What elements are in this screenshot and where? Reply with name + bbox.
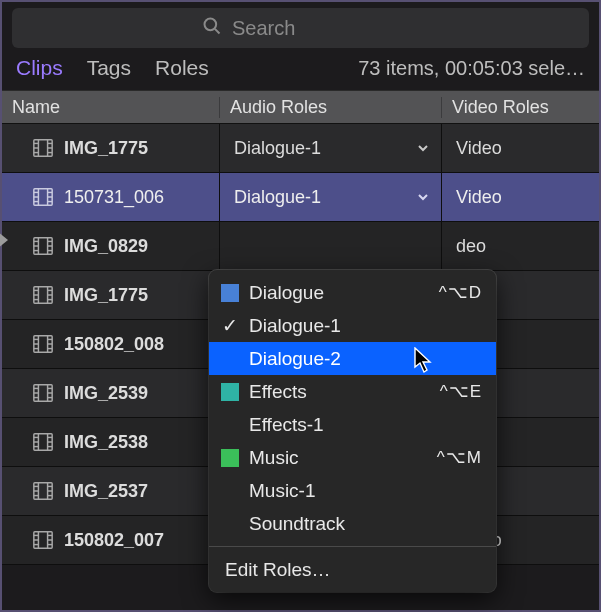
clip-name: 150802_007 [64,530,164,551]
menu-item-label: Dialogue-1 [249,315,341,337]
film-icon [32,284,54,306]
clip-name: IMG_1775 [64,285,148,306]
table-row[interactable]: IMG_0829 deo [2,222,599,271]
table-row[interactable]: 150731_006 Dialogue-1 Video [2,173,599,222]
clip-name: IMG_1775 [64,138,148,159]
menu-separator [209,546,496,547]
svg-line-1 [215,28,220,33]
clip-name: 150802_008 [64,334,164,355]
keyboard-shortcut: ^⌥E [440,381,482,402]
role-color-swatch [221,284,239,302]
keyboard-shortcut: ^⌥M [437,447,482,468]
clip-name: 150731_006 [64,187,164,208]
checkmark-icon: ✓ [221,314,239,337]
film-icon [32,235,54,257]
menu-item-soundtrack[interactable]: Soundtrack [209,507,496,540]
audio-role-value: Dialogue-1 [234,187,321,208]
menu-item-music[interactable]: Music ^⌥M [209,441,496,474]
menu-item-dialogue[interactable]: Dialogue ^⌥D [209,276,496,309]
menu-item-effects[interactable]: Effects ^⌥E [209,375,496,408]
menu-item-label: Music [249,447,299,469]
menu-item-label: Effects-1 [249,414,324,436]
clip-name: IMG_0829 [64,236,148,257]
film-icon [32,529,54,551]
selection-status: 73 items, 00:05:03 sele… [358,57,585,80]
video-role-value: deo [456,236,486,257]
header-audio[interactable]: Audio Roles [220,97,442,118]
chevron-down-icon [415,140,431,156]
video-role-value: Video [456,138,502,159]
tab-clips[interactable]: Clips [16,56,63,80]
film-icon [32,333,54,355]
film-icon [32,382,54,404]
menu-item-label: Dialogue-2 [249,348,341,370]
menu-item-label: Effects [249,381,307,403]
role-color-swatch [221,449,239,467]
tab-tags[interactable]: Tags [87,56,131,80]
film-icon [32,137,54,159]
film-icon [32,186,54,208]
filter-tabs: Clips Tags Roles 73 items, 00:05:03 sele… [2,56,599,90]
search-icon [202,16,222,41]
film-icon [32,431,54,453]
mouse-cursor-icon [413,347,435,375]
menu-item-label: Music-1 [249,480,316,502]
search-field[interactable]: Search [12,8,589,48]
clip-name: IMG_2539 [64,383,148,404]
chevron-down-icon [415,189,431,205]
tab-roles[interactable]: Roles [155,56,209,80]
svg-point-0 [205,18,217,30]
table-row[interactable]: IMG_1775 Dialogue-1 Video [2,124,599,173]
menu-item-music-1[interactable]: Music-1 [209,474,496,507]
clip-name: IMG_2538 [64,432,148,453]
column-headers: Name Audio Roles Video Roles [2,90,599,124]
keyboard-shortcut: ^⌥D [439,282,482,303]
menu-item-dialogue-1[interactable]: ✓ Dialogue-1 [209,309,496,342]
menu-item-edit-roles[interactable]: Edit Roles… [209,553,496,586]
audio-role-dropdown[interactable]: Dialogue-1 [234,187,431,208]
playhead-indicator-icon [0,232,8,248]
menu-item-label: Soundtrack [249,513,345,535]
audio-role-menu: Dialogue ^⌥D ✓ Dialogue-1 Dialogue-2 Eff… [209,270,496,592]
audio-role-dropdown[interactable]: Dialogue-1 [234,138,431,159]
menu-item-effects-1[interactable]: Effects-1 [209,408,496,441]
header-name[interactable]: Name [2,97,220,118]
role-color-swatch [221,383,239,401]
film-icon [32,480,54,502]
header-video[interactable]: Video Roles [442,97,599,118]
audio-role-value: Dialogue-1 [234,138,321,159]
video-role-value: Video [456,187,502,208]
search-placeholder: Search [232,17,295,40]
clip-name: IMG_2537 [64,481,148,502]
menu-item-dialogue-2[interactable]: Dialogue-2 [209,342,496,375]
menu-item-label: Dialogue [249,282,324,304]
menu-item-label: Edit Roles… [225,559,331,581]
